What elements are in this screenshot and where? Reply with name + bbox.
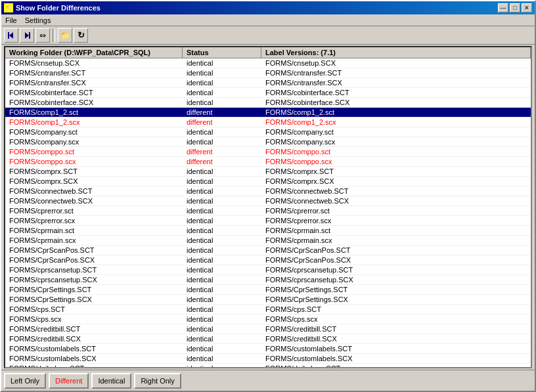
status-bar: Left Only Different Identical Right Only: [1, 370, 535, 391]
cell-working: FORMS/cnsetup.SCX: [5, 58, 183, 68]
toolbar: ⇔ 📁 ↻: [1, 26, 535, 45]
cell-label: FORMS/cprerror.sct: [261, 206, 531, 215]
filter-different-button[interactable]: Different: [49, 373, 89, 389]
folders-button[interactable]: 📁: [58, 28, 72, 43]
table-row[interactable]: FORMS/cobinterface.SCX identical FORMS/c…: [5, 98, 531, 108]
table-row[interactable]: FORMS/cprscansetup.SCX identical FORMS/c…: [5, 275, 531, 285]
cell-status: identical: [183, 334, 261, 343]
cell-status: identical: [183, 177, 261, 186]
cell-label: FORMS/company.sct: [261, 127, 531, 137]
cell-status: identical: [183, 137, 261, 146]
cell-status: identical: [183, 265, 261, 274]
table-row[interactable]: FORMS/cps.scx identical FORMS/cps.scx: [5, 315, 531, 324]
table-row[interactable]: FORMS/cprmain.sct identical FORMS/cprmai…: [5, 226, 531, 236]
table-row[interactable]: FORMS/customlabels.SCT identical FORMS/c…: [5, 344, 531, 354]
cell-label: FORMS/creditbill.SCX: [261, 334, 531, 343]
filter-left-only-button[interactable]: Left Only: [4, 373, 46, 389]
cell-working: FORMS/comppo.scx: [5, 157, 183, 166]
table-row[interactable]: FORMS/cprmain.scx identical FORMS/cprmai…: [5, 236, 531, 246]
table-row[interactable]: FORMS/comppo.scx different FORMS/comppo.…: [5, 157, 531, 167]
toolbar-separator-1: [53, 29, 55, 42]
svg-marker-0: [9, 32, 13, 39]
cell-working: FORMS/cps.SCT: [5, 305, 183, 314]
col-header-label: Label Versions: (7.1): [261, 47, 531, 58]
cell-label: FORMS/comppo.sct: [261, 147, 531, 156]
cell-status: identical: [183, 196, 261, 206]
table-row[interactable]: FORMS/comp1_2.sct different FORMS/comp1_…: [5, 108, 531, 118]
cell-label: FORMS/comp1_2.sct: [261, 108, 531, 117]
cell-working: FORMS/dailydose.SCT: [5, 364, 183, 367]
cell-status: identical: [183, 78, 261, 87]
table-row[interactable]: FORMS/company.sct identical FORMS/compan…: [5, 127, 531, 137]
cell-status: identical: [183, 246, 261, 255]
cell-status: identical: [183, 236, 261, 245]
cell-status: identical: [183, 255, 261, 265]
table-row[interactable]: FORMS/cntransfer.SCT identical FORMS/cnt…: [5, 68, 531, 78]
table-row[interactable]: FORMS/CprSettings.SCX identical FORMS/Cp…: [5, 295, 531, 305]
cell-working: FORMS/comprx.SCT: [5, 167, 183, 176]
close-button[interactable]: ✕: [522, 3, 532, 12]
table-row[interactable]: FORMS/cobinterface.SCT identical FORMS/c…: [5, 88, 531, 98]
table-header: Working Folder (D:\WFP_Data\CPR_SQL) Sta…: [5, 47, 531, 58]
cell-label: FORMS/dailydose.SCT: [261, 364, 531, 367]
table-row[interactable]: FORMS/creditbill.SCT identical FORMS/cre…: [5, 324, 531, 334]
cell-working: FORMS/cntransfer.SCX: [5, 78, 183, 87]
cell-label: FORMS/CprSettings.SCX: [261, 295, 531, 304]
cell-status: identical: [183, 315, 261, 324]
filter-identical-button[interactable]: Identical: [91, 373, 131, 389]
cell-working: FORMS/company.scx: [5, 137, 183, 146]
maximize-button[interactable]: □: [510, 3, 520, 12]
window-title: Show Folder Differences: [16, 4, 100, 12]
table-row[interactable]: FORMS/comprx.SCT identical FORMS/comprx.…: [5, 167, 531, 177]
table-row[interactable]: FORMS/cprscansetup.SCT identical FORMS/c…: [5, 265, 531, 275]
col-header-status: Status: [183, 47, 261, 58]
table-row[interactable]: FORMS/CprScanPos.SCX identical FORMS/Cpr…: [5, 255, 531, 265]
table-row[interactable]: FORMS/cps.SCT identical FORMS/cps.SCT: [5, 305, 531, 315]
cell-working: FORMS/cps.scx: [5, 315, 183, 324]
cell-working: FORMS/comp1_2.sct: [5, 108, 183, 117]
cell-working: FORMS/CprScanPos.SCT: [5, 246, 183, 255]
table-row[interactable]: FORMS/connectweb.SCT identical FORMS/con…: [5, 186, 531, 196]
cell-status: identical: [183, 206, 261, 215]
table-row[interactable]: FORMS/cprerror.scx identical FORMS/cprer…: [5, 216, 531, 226]
cell-working: FORMS/CprSettings.SCX: [5, 295, 183, 304]
col-header-working: Working Folder (D:\WFP_Data\CPR_SQL): [5, 47, 183, 58]
cell-working: FORMS/CprScanPos.SCX: [5, 255, 183, 265]
table-row[interactable]: FORMS/customlabels.SCX identical FORMS/c…: [5, 354, 531, 364]
cell-working: FORMS/creditbill.SCX: [5, 334, 183, 343]
cell-status: identical: [183, 275, 261, 284]
main-window: 📁 Show Folder Differences — □ ✕ File Set…: [0, 0, 536, 392]
cell-label: FORMS/cntransfer.SCT: [261, 68, 531, 77]
prev-left-button[interactable]: [4, 28, 18, 43]
cell-label: FORMS/company.scx: [261, 137, 531, 146]
table-row[interactable]: FORMS/comppo.sct different FORMS/comppo.…: [5, 147, 531, 157]
cell-working: FORMS/cprscansetup.SCX: [5, 275, 183, 284]
cell-status: identical: [183, 186, 261, 196]
table-row[interactable]: FORMS/connectweb.SCX identical FORMS/con…: [5, 196, 531, 206]
title-bar-left: 📁 Show Folder Differences: [4, 3, 100, 12]
next-right-button[interactable]: [20, 28, 34, 43]
cell-status: identical: [183, 58, 261, 68]
cell-working: FORMS/customlabels.SCX: [5, 354, 183, 363]
cell-status: identical: [183, 324, 261, 334]
menu-file[interactable]: File: [4, 16, 18, 24]
table-row[interactable]: FORMS/cnsetup.SCX identical FORMS/cnsetu…: [5, 58, 531, 68]
cell-status: identical: [183, 216, 261, 225]
table-row[interactable]: FORMS/cprerror.sct identical FORMS/cprer…: [5, 206, 531, 216]
table-row[interactable]: FORMS/CprSettings.SCT identical FORMS/Cp…: [5, 285, 531, 295]
refresh-button[interactable]: ↻: [74, 28, 88, 43]
table-row[interactable]: FORMS/cntransfer.SCX identical FORMS/cnt…: [5, 78, 531, 88]
cell-status: identical: [183, 226, 261, 235]
table-row[interactable]: FORMS/creditbill.SCX identical FORMS/cre…: [5, 334, 531, 344]
table-row[interactable]: FORMS/comprx.SCX identical FORMS/comprx.…: [5, 177, 531, 186]
table-row[interactable]: FORMS/company.scx identical FORMS/compan…: [5, 137, 531, 147]
swap-button[interactable]: ⇔: [35, 28, 50, 43]
filter-right-only-button[interactable]: Right Only: [134, 373, 181, 389]
cell-status: identical: [183, 305, 261, 314]
cell-label: FORMS/customlabels.SCX: [261, 354, 531, 363]
table-row[interactable]: FORMS/comp1_2.scx different FORMS/comp1_…: [5, 118, 531, 127]
table-row[interactable]: FORMS/CprScanPos.SCT identical FORMS/Cpr…: [5, 246, 531, 255]
menu-settings[interactable]: Settings: [24, 16, 53, 24]
table-row[interactable]: FORMS/dailydose.SCT identical FORMS/dail…: [5, 364, 531, 367]
minimize-button[interactable]: —: [498, 3, 508, 12]
